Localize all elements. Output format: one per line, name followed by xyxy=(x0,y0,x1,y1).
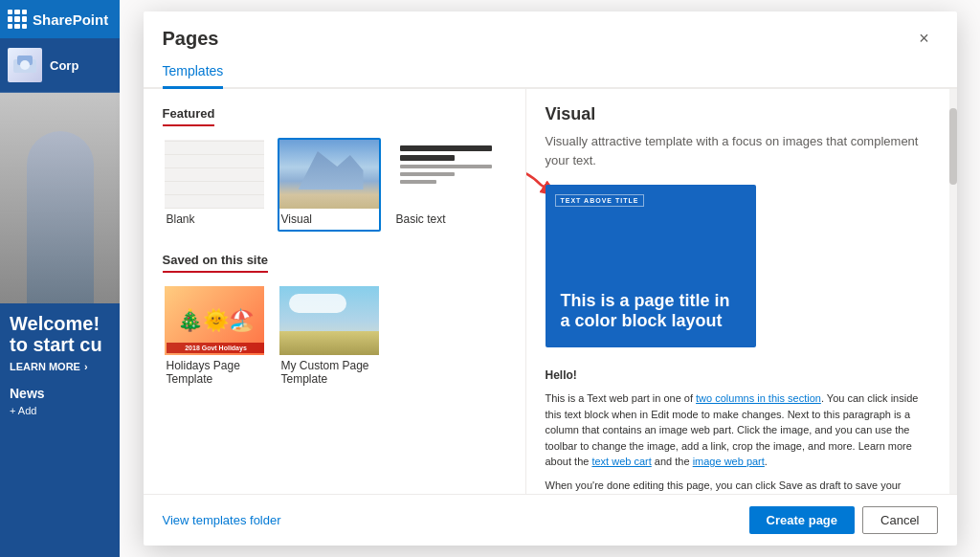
scrollbar-track[interactable] xyxy=(949,89,957,494)
modal-title: Pages xyxy=(163,28,219,50)
template-card-blank[interactable]: Blank xyxy=(163,138,266,232)
preview-content: Hello! This is a Text web part in one of… xyxy=(546,367,938,494)
featured-templates: Blank Visual xyxy=(163,138,506,232)
blank-preview xyxy=(165,140,266,209)
modal-overlay: Pages × Templates Featured Blank xyxy=(120,0,980,557)
scrollbar-thumb xyxy=(949,108,957,185)
template-card-holidays[interactable]: 🎄🌞🏖️ 2018 Govt Holidays Holidays Page Te… xyxy=(163,284,266,391)
site-logo xyxy=(8,48,42,82)
close-button[interactable]: × xyxy=(911,25,938,52)
sidebar-welcome: Welcome! to start cu LEARN MORE › xyxy=(0,303,120,376)
app-name: SharePoint xyxy=(33,11,108,28)
template-list-panel: Featured Blank Visual xyxy=(144,89,526,494)
cancel-button[interactable]: Cancel xyxy=(862,506,937,534)
news-label: News xyxy=(10,386,110,401)
add-label: + Add xyxy=(10,405,36,416)
welcome-subtext: to start cu xyxy=(10,334,110,355)
preview-link-3[interactable]: image web part xyxy=(693,456,765,467)
sidebar: SharePoint Corp Welcome! to start cu LEA… xyxy=(0,0,120,557)
visual-label: Visual xyxy=(279,209,379,230)
learn-more-label: LEARN MORE xyxy=(10,361,80,372)
holidays-label: Holidays Page Template xyxy=(165,355,264,390)
template-card-visual[interactable]: Visual xyxy=(278,138,381,232)
template-card-basic-text[interactable]: Basic text xyxy=(392,138,496,232)
site-name: Corp xyxy=(50,58,78,73)
custom-preview xyxy=(279,286,381,355)
sidebar-hero-image xyxy=(0,93,120,303)
color-block-preview: TEXT ABOVE TITLE This is a page title in… xyxy=(546,185,756,347)
view-templates-link[interactable]: View templates folder xyxy=(163,513,281,527)
chevron-right-icon: › xyxy=(84,361,88,372)
basic-text-label: Basic text xyxy=(394,209,494,230)
preview-body-1: This is a Text web part in one of two co… xyxy=(546,390,938,470)
holidays-preview: 🎄🌞🏖️ 2018 Govt Holidays xyxy=(165,286,266,355)
preview-link-1[interactable]: two columns in this section xyxy=(696,392,821,404)
preview-link-2[interactable]: text web cart xyxy=(591,456,651,467)
block-title: This is a page title in a color block la… xyxy=(561,291,741,332)
featured-section-title: Featured xyxy=(163,106,215,126)
sidebar-news: News + Add xyxy=(0,376,120,426)
create-page-button[interactable]: Create page xyxy=(749,506,855,534)
footer-actions: Create page Cancel xyxy=(749,506,938,534)
preview-panel: Visual Visually attractive template with… xyxy=(526,89,957,494)
saved-templates: 🎄🌞🏖️ 2018 Govt Holidays Holidays Page Te… xyxy=(163,284,506,391)
welcome-text: Welcome! xyxy=(10,313,110,334)
modal-tabs: Templates xyxy=(144,56,957,89)
preview-description: Visually attractive template with a focu… xyxy=(546,132,938,169)
preview-hello: Hello! xyxy=(546,367,938,385)
sharepoint-icon xyxy=(8,10,27,29)
template-card-custom[interactable]: My Custom Page Template xyxy=(278,284,381,391)
preview-title: Visual xyxy=(546,104,938,124)
preview-body-2: When you're done editing this page, you … xyxy=(546,478,938,494)
modal-header: Pages × xyxy=(144,11,957,52)
tab-templates[interactable]: Templates xyxy=(163,56,224,89)
modal-footer: View templates folder Create page Cancel xyxy=(144,494,957,546)
site-logo-area: Corp xyxy=(0,38,120,93)
saved-section-title: Saved on this site xyxy=(163,253,269,273)
basic-text-preview xyxy=(394,140,496,209)
sidebar-header: SharePoint xyxy=(0,0,120,38)
add-news-link[interactable]: + Add xyxy=(10,405,110,416)
learn-more-link[interactable]: LEARN MORE › xyxy=(10,361,110,372)
modal-body: Featured Blank Visual xyxy=(144,89,957,494)
custom-label: My Custom Page Template xyxy=(279,355,379,390)
pages-modal: Pages × Templates Featured Blank xyxy=(144,11,957,546)
blank-label: Blank xyxy=(165,209,264,230)
block-tag: TEXT ABOVE TITLE xyxy=(555,194,645,207)
visual-preview xyxy=(279,140,381,209)
svg-point-2 xyxy=(20,60,30,70)
